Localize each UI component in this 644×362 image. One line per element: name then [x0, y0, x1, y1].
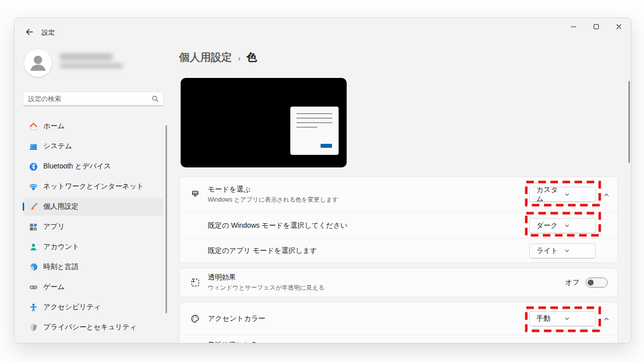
palette-icon — [190, 314, 200, 324]
apps-icon — [29, 223, 38, 231]
page-title: 色 — [247, 50, 257, 64]
chevron-down-icon — [564, 247, 591, 254]
recent-colors-row: 最近使用した色 — [180, 335, 617, 343]
home-icon — [29, 122, 38, 131]
chevron-up-icon — [603, 191, 610, 199]
close-icon — [615, 23, 623, 31]
close-button[interactable] — [607, 18, 630, 35]
wifi-icon — [29, 183, 38, 191]
content-scrollbar[interactable] — [628, 81, 630, 163]
minimize-icon — [570, 23, 578, 31]
breadcrumb-separator: › — [238, 54, 240, 62]
sidebar-item-bluetooth-devices[interactable]: Bluetooth とデバイス — [23, 157, 164, 175]
mode-expander-button[interactable] — [602, 190, 611, 199]
transparency-icon — [190, 278, 200, 288]
choose-mode-row[interactable]: モードを選ぶ Windows とアプリに表示される色を変更します カスタム — [180, 177, 617, 212]
accounts-icon — [29, 243, 38, 251]
transparency-row: 透明効果 ウィンドウとサーフェスが半透明に見える オフ — [180, 268, 617, 297]
choose-mode-title: モードを選ぶ — [208, 185, 338, 194]
person-icon — [24, 49, 52, 77]
sidebar-item-apps[interactable]: アプリ — [23, 218, 164, 236]
maximize-icon — [592, 23, 600, 31]
chevron-down-icon — [564, 222, 591, 229]
sidebar-item-home[interactable]: ホーム — [23, 117, 164, 135]
preview-window-card — [290, 107, 339, 155]
accent-expander-button[interactable] — [602, 314, 611, 323]
avatar[interactable] — [24, 49, 52, 77]
account-email-redacted — [60, 63, 123, 68]
breadcrumb: 個人用設定 › 色 — [179, 50, 257, 64]
sidebar-item-privacy-security[interactable]: プライバシーとセキュリティ — [23, 318, 164, 336]
app-mode-dropdown[interactable]: ライト — [529, 243, 596, 258]
default-app-mode-row: 既定のアプリ モードを選択します ライト — [180, 238, 617, 262]
bluetooth-icon — [29, 162, 38, 171]
search-icon — [151, 95, 159, 103]
shield-icon — [29, 323, 38, 332]
app-title: 設定 — [42, 28, 55, 37]
chevron-down-icon — [564, 315, 591, 322]
accent-color-dropdown[interactable]: 手動 — [529, 311, 596, 326]
accent-color-title: アクセントカラー — [208, 314, 265, 323]
sidebar-item-gaming[interactable]: ゲーム — [23, 278, 164, 296]
sidebar-item-system[interactable]: システム — [23, 137, 164, 155]
default-windows-mode-row: 既定の Windows モードを選択してください ダーク — [180, 212, 617, 238]
sidebar-item-personalization[interactable]: 個人用設定 — [23, 198, 164, 216]
transparency-title: 透明効果 — [208, 273, 325, 282]
transparency-subtitle: ウィンドウとサーフェスが半透明に見える — [208, 284, 325, 292]
transparency-toggle[interactable] — [586, 278, 608, 288]
preview-accent-button — [320, 144, 332, 148]
accessibility-icon — [29, 303, 38, 312]
search-box[interactable] — [23, 92, 164, 106]
search-input[interactable] — [28, 95, 151, 103]
chevron-down-icon — [564, 191, 591, 198]
sidebar-item-accounts[interactable]: アカウント — [23, 238, 164, 256]
mode-card: モードを選ぶ Windows とアプリに表示される色を変更します カスタム 既定… — [179, 176, 618, 263]
paintbrush-icon — [29, 203, 38, 211]
sidebar-nav: ホーム システム Bluetooth とデバイス — [23, 117, 164, 338]
minimize-button[interactable] — [562, 18, 585, 35]
app-mode-label: 既定のアプリ モードを選択します — [208, 246, 317, 255]
settings-window: 設定 — [14, 18, 631, 343]
back-arrow-icon — [25, 28, 34, 36]
accent-color-row[interactable]: アクセントカラー 手動 — [180, 303, 617, 335]
back-button[interactable] — [21, 24, 38, 39]
system-icon — [29, 142, 38, 151]
sidebar-item-network-internet[interactable]: ネットワークとインターネット — [23, 177, 164, 196]
choose-mode-subtitle: Windows とアプリに表示される色を変更します — [208, 196, 338, 204]
transparency-card: 透明効果 ウィンドウとサーフェスが半透明に見える オフ — [179, 268, 618, 297]
sidebar-item-time-language[interactable]: 時刻と言語 — [23, 258, 164, 276]
mode-dropdown[interactable]: カスタム — [529, 187, 596, 202]
recent-colors-label: 最近使用した色 — [208, 341, 258, 343]
time-language-icon — [29, 263, 38, 272]
selected-indicator — [23, 203, 24, 211]
paint-roller-icon — [190, 190, 200, 200]
theme-preview-image — [181, 78, 347, 167]
windows-mode-dropdown[interactable]: ダーク — [529, 218, 596, 233]
gamepad-icon — [29, 283, 38, 292]
account-name-redacted — [60, 53, 113, 60]
chevron-up-icon — [603, 315, 610, 323]
toggle-knob — [588, 280, 594, 286]
windows-mode-label: 既定の Windows モードを選択してください — [208, 221, 348, 230]
breadcrumb-parent[interactable]: 個人用設定 — [179, 50, 232, 64]
maximize-button[interactable] — [585, 18, 607, 35]
desktop-background: 設定 — [0, 0, 644, 362]
toggle-state-label: オフ — [565, 278, 580, 287]
sidebar-scrollbar[interactable] — [166, 125, 167, 313]
sidebar-item-accessibility[interactable]: アクセシビリティ — [23, 298, 164, 316]
accent-color-card: アクセントカラー 手動 最近使用した色 — [179, 302, 618, 343]
